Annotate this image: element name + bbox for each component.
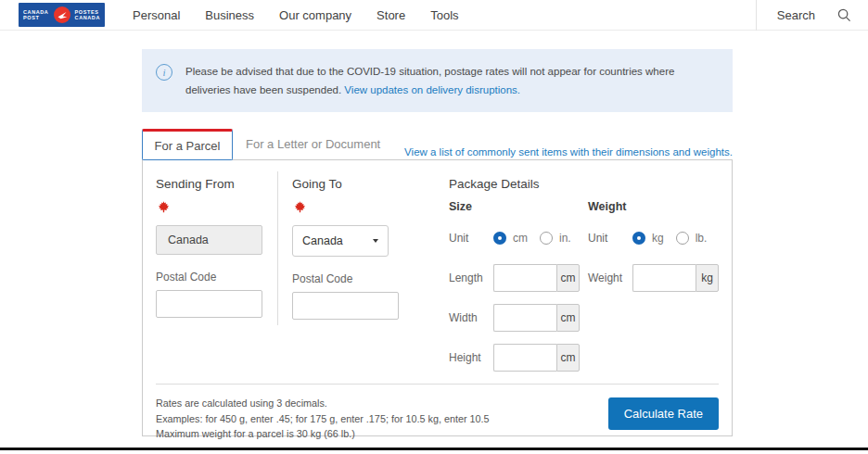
length-row: Length cm xyxy=(449,264,588,292)
length-label: Length xyxy=(449,271,493,284)
height-input[interactable] xyxy=(493,344,556,372)
size-title: Size xyxy=(449,200,588,213)
covid-info-banner: i Please be advised that due to the COVI… xyxy=(142,49,733,112)
search-label: Search xyxy=(777,8,815,22)
rate-calculator-tabs: For a Parcel For a Letter or Document Vi… xyxy=(142,129,733,159)
banner-text: Please be advised that due to the COVID-… xyxy=(185,62,716,99)
nav-item-personal[interactable]: Personal xyxy=(133,8,180,22)
sending-from-postal-input[interactable] xyxy=(156,290,262,318)
sending-from-title: Sending From xyxy=(156,177,262,191)
weight-unit-label: Unit xyxy=(588,232,632,245)
height-unit-suffix: cm xyxy=(556,344,580,372)
tab-for-a-letter-or-document[interactable]: For a Letter or Document xyxy=(246,129,380,159)
logo-english-text: CANADA POST xyxy=(23,9,48,20)
width-label: Width xyxy=(449,311,493,324)
nav-item-business[interactable]: Business xyxy=(205,8,254,22)
length-input[interactable] xyxy=(493,264,556,292)
size-unit-in-text[interactable]: in. xyxy=(559,232,571,245)
weight-unit-row: Unit kg lb. xyxy=(588,224,719,252)
weight-title: Weight xyxy=(588,200,719,213)
going-to-country-select[interactable]: Canada xyxy=(292,225,389,257)
sending-from-country-input xyxy=(156,225,262,255)
going-to-postal-input[interactable] xyxy=(292,292,399,320)
rate-notes: Rates are calculated using 3 decimals. E… xyxy=(156,396,490,442)
chevron-down-icon xyxy=(373,239,378,243)
logo-french-text: POSTES CANADA xyxy=(75,9,100,20)
going-to-country-value: Canada xyxy=(302,234,343,247)
delivery-disruptions-link[interactable]: View updates on delivery disruptions. xyxy=(344,84,520,95)
going-to-title: Going To xyxy=(292,177,402,191)
weight-unit-suffix: kg xyxy=(696,264,719,292)
note-max-weight: Maximum weight for a parcel is 30 kg (66… xyxy=(156,426,490,442)
weight-label: Weight xyxy=(588,271,632,284)
canada-post-logo[interactable]: CANADA POST POSTES CANADA xyxy=(19,3,105,27)
weight-unit-kg-radio[interactable] xyxy=(632,232,645,245)
maple-leaf-icon xyxy=(156,200,172,215)
package-details-section: Package Details Size Unit cm in. xyxy=(449,171,719,384)
search-icon xyxy=(837,8,851,22)
logo-word-canada-fr: CANADA xyxy=(75,15,100,20)
height-label: Height xyxy=(449,351,493,364)
search-button[interactable]: Search xyxy=(756,0,868,31)
going-to-postal-label: Postal Code xyxy=(292,272,402,285)
weight-unit-lb-radio[interactable] xyxy=(676,232,689,245)
size-unit-row: Unit cm in. xyxy=(449,224,588,252)
nav-item-tools[interactable]: Tools xyxy=(430,8,458,22)
main-nav: Personal Business Our company Store Tool… xyxy=(133,8,459,22)
window-bottom-edge xyxy=(0,448,868,450)
page: CANADA POST POSTES CANADA Personal Busin… xyxy=(0,0,868,454)
note-examples: Examples: for 450 g, enter .45; for 175 … xyxy=(156,411,490,427)
height-row: Height cm xyxy=(449,344,588,372)
info-icon: i xyxy=(156,64,172,81)
size-unit-cm-radio[interactable] xyxy=(493,232,506,245)
calculate-rate-button[interactable]: Calculate Rate xyxy=(608,397,719,430)
width-row: Width cm xyxy=(449,304,588,332)
tab-for-a-parcel[interactable]: For a Parcel xyxy=(142,129,233,160)
top-navigation-bar: CANADA POST POSTES CANADA Personal Busin… xyxy=(0,0,868,31)
canada-post-wing-icon xyxy=(54,6,70,23)
sending-from-section: Sending From Postal Code xyxy=(156,171,278,325)
weight-unit-kg-text[interactable]: kg xyxy=(652,232,664,245)
maple-leaf-icon xyxy=(292,200,308,215)
size-unit-label: Unit xyxy=(449,232,493,245)
sending-from-postal-label: Postal Code xyxy=(156,271,262,284)
width-unit-suffix: cm xyxy=(556,304,580,332)
weight-subsection: Weight Unit kg lb. Weight xyxy=(588,200,719,384)
width-input[interactable] xyxy=(493,304,556,332)
card-footer: Rates are calculated using 3 decimals. E… xyxy=(143,385,732,442)
nav-item-our-company[interactable]: Our company xyxy=(279,8,351,22)
size-subsection: Size Unit cm in. Length xyxy=(449,200,588,384)
common-items-link[interactable]: View a list of commonly sent items with … xyxy=(404,146,733,158)
logo-word-post: POST xyxy=(23,15,48,20)
size-unit-in-radio[interactable] xyxy=(540,232,553,245)
nav-item-store[interactable]: Store xyxy=(377,8,405,22)
weight-row: Weight kg xyxy=(588,264,719,292)
package-details-title: Package Details xyxy=(449,177,719,191)
size-unit-cm-text[interactable]: cm xyxy=(513,232,528,245)
weight-input[interactable] xyxy=(632,264,696,292)
length-unit-suffix: cm xyxy=(556,264,580,292)
weight-unit-lb-text[interactable]: lb. xyxy=(696,232,708,245)
note-decimals: Rates are calculated using 3 decimals. xyxy=(156,396,490,411)
parcel-rate-form-card: Sending From Postal Code Going To Canada xyxy=(142,159,733,436)
going-to-section: Going To Canada Postal Code xyxy=(292,171,402,320)
